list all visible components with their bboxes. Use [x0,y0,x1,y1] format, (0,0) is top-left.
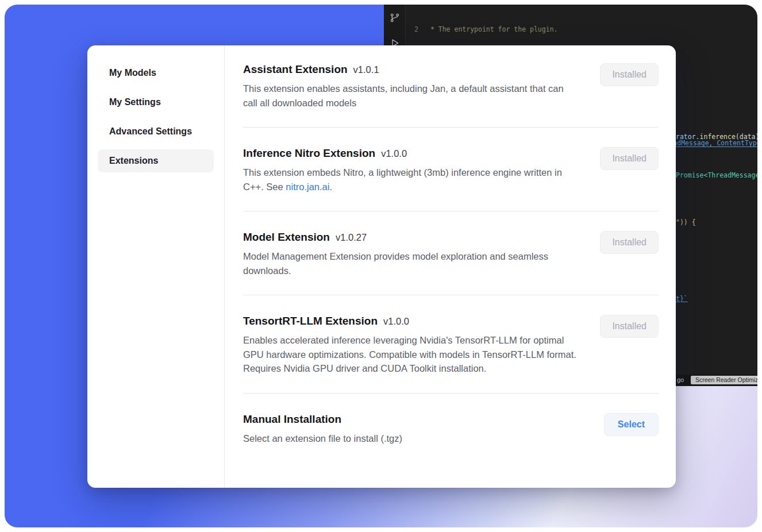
installed-button[interactable]: Installed [600,315,659,338]
manual-installation-info: Manual Installation Select an extension … [243,413,588,446]
extension-info: Inference Nitro Extension v1.0.0 This ex… [243,147,588,194]
installed-button[interactable]: Installed [600,147,659,170]
extension-description: This extension embeds Nitro, a lightweig… [243,165,579,194]
select-file-button[interactable]: Select [604,413,659,436]
extension-title: Assistant Extension [243,63,348,76]
source-control-icon[interactable] [390,13,400,23]
screen-reader-badge[interactable]: Screen Reader Optimize [691,376,757,384]
settings-modal: My Models My Settings Advanced Settings … [87,45,676,488]
sidebar-item-advanced-settings[interactable]: Advanced Settings [98,120,214,143]
extension-description: Enables accelerated inference leveraging… [243,333,579,376]
extension-info: TensortRT-LLM Extension v1.0.0 Enables a… [243,315,588,376]
extension-description: Model Management Extension provides mode… [243,249,579,277]
extension-row: Inference Nitro Extension v1.0.0 This ex… [243,147,659,194]
manual-installation-title: Manual Installation [243,413,341,426]
extension-description: This extension enables assistants, inclu… [243,82,579,110]
code-fragment: t}` [676,294,688,303]
extension-row: TensortRT-LLM Extension v1.0.0 Enables a… [243,315,659,376]
sidebar-item-extensions[interactable]: Extensions [98,149,214,172]
code-line: 2 * The entrypoint for the plugin. [406,25,757,34]
sidebar-item-label: Extensions [109,156,158,166]
extension-info: Model Extension v1.0.27 Model Management… [243,231,588,277]
app-frame: 2 * The entrypoint for the plugin. 3 */ … [5,5,757,527]
manual-installation-description: Select an extension file to install (.tg… [243,431,579,446]
sidebar-item-my-settings[interactable]: My Settings [98,91,214,114]
extension-title: TensortRT-LLM Extension [243,315,378,327]
extension-version: v1.0.1 [353,64,379,75]
sidebar-item-label: My Settings [109,97,161,107]
row-divider [243,211,659,211]
extension-row: Assistant Extension v1.0.1 This extensio… [243,63,659,110]
code-fragment: Promise<ThreadMessage> [676,171,757,180]
settings-sidebar: My Models My Settings Advanced Settings … [87,45,225,488]
code-fragment: ")) { [676,218,696,227]
code-fragment: rator.inference(data)); [676,132,757,141]
extension-version: v1.0.0 [383,316,409,327]
extensions-panel: Assistant Extension v1.0.1 This extensio… [225,45,676,488]
sidebar-item-label: My Models [109,68,156,78]
row-divider [243,295,659,295]
sidebar-item-label: Advanced Settings [109,126,192,137]
status-text: go [677,376,684,383]
extension-row: Model Extension v1.0.27 Model Management… [243,231,659,277]
nitro-jan-ai-link[interactable]: nitro.jan.ai [286,182,329,192]
line-number: 2 [406,25,426,34]
row-divider [243,393,659,394]
description-text: . [329,182,332,192]
manual-installation-row: Manual Installation Select an extension … [243,413,659,446]
extension-version: v1.0.27 [336,232,367,243]
code-text: * The entrypoint for the plugin. [426,25,557,34]
installed-button[interactable]: Installed [600,231,659,254]
extension-title: Inference Nitro Extension [243,147,375,160]
extension-version: v1.0.0 [381,148,407,159]
installed-button[interactable]: Installed [600,63,659,86]
row-divider [243,127,659,128]
extension-info: Assistant Extension v1.0.1 This extensio… [243,63,588,110]
sidebar-item-my-models[interactable]: My Models [98,61,214,84]
extension-title: Model Extension [243,231,330,244]
